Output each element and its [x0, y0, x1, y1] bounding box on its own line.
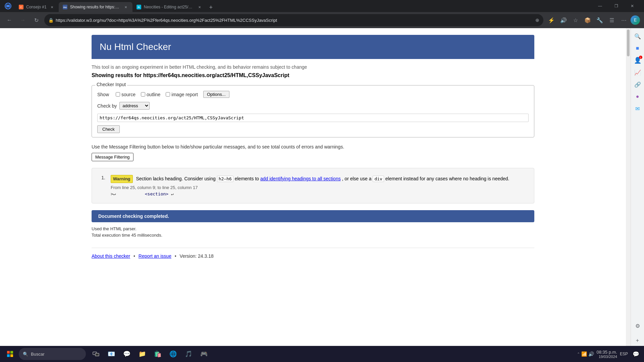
taskbar-app-whatsapp[interactable]: 💬: [119, 347, 134, 361]
show-label: Show: [97, 92, 109, 97]
tab-neocities[interactable]: N Neocities - Editing act25/verifica... …: [132, 2, 206, 12]
collections-icon[interactable]: 📦: [582, 15, 593, 25]
result-number-1: 1.: [99, 175, 105, 180]
sidebar-icon-4[interactable]: 📈: [632, 67, 643, 78]
search-icon: 🔍: [23, 352, 28, 357]
close-button[interactable]: ✕: [625, 1, 640, 11]
tab-close-neocities[interactable]: ✕: [197, 4, 202, 10]
check-button[interactable]: Check: [97, 125, 120, 133]
sidebar-icon-2[interactable]: ■: [632, 43, 643, 54]
source-checkbox-label[interactable]: source: [116, 92, 136, 97]
result-message-1: Warning Section lacks heading. Consider …: [111, 175, 527, 183]
back-button[interactable]: ←: [4, 15, 15, 25]
sidebar-icon-3[interactable]: 👤 1: [632, 55, 643, 66]
footer-sep-2: •: [175, 253, 176, 259]
taskbar-app-taskview[interactable]: [89, 347, 103, 361]
taskbar-app-mail[interactable]: 📧: [104, 347, 119, 361]
footer-version: Version: 24.3.18: [180, 253, 214, 259]
page-content: Nu Html Checker This tool is an ongoing …: [0, 28, 626, 346]
task-view-icon: [93, 351, 99, 357]
scrollbar-thumb[interactable]: [627, 29, 630, 56]
reload-button[interactable]: ↻: [31, 15, 42, 25]
sidebar-add-icon[interactable]: +: [632, 335, 643, 346]
profile-button[interactable]: E: [631, 15, 640, 25]
options-button[interactable]: Options...: [203, 91, 229, 98]
taskbar-chevron-icon[interactable]: ⌃: [577, 352, 580, 356]
result-tail-arrow: ↵: [171, 191, 174, 196]
report-issue-link[interactable]: Report an issue: [139, 253, 171, 259]
taskbar-app-spotify[interactable]: 🎵: [181, 347, 196, 361]
completed-bar: Document checking completed.: [92, 210, 534, 222]
taskbar-time: 08:35 p.m. 19/03/2024: [597, 350, 617, 359]
tab-consejo[interactable]: C Consejo #1 ✕: [15, 2, 59, 12]
sidebar-icon-7[interactable]: ✉: [632, 103, 643, 114]
restore-button[interactable]: ❐: [608, 1, 624, 11]
check-by-label: Check by: [97, 103, 117, 109]
result-text-end: element instead for any cases where no h…: [385, 176, 509, 181]
taskbar-app-edge[interactable]: 🌐: [166, 347, 180, 361]
volume-icon: 🔊: [588, 351, 594, 357]
taskbar-app-steam[interactable]: 🎮: [197, 347, 211, 361]
outline-checkbox-label[interactable]: outline: [141, 92, 160, 97]
result-text-mid2: , or else use a: [342, 176, 373, 181]
forward-button[interactable]: →: [17, 15, 28, 25]
address-text[interactable]: https://validator.w3.org/nu/?doc=https%3…: [56, 18, 277, 23]
taskbar-app-store[interactable]: 🛍️: [150, 347, 165, 361]
page-header: Nu Html Checker: [92, 35, 534, 59]
filter-notice: Use the Message Filtering button below t…: [92, 144, 534, 149]
result-code2: div: [373, 176, 384, 182]
image-report-checkbox[interactable]: [166, 92, 170, 97]
address-bar[interactable]: 🔒 https://validator.w3.org/nu/?doc=https…: [44, 14, 543, 26]
sidebar-toggle-icon[interactable]: ☰: [606, 15, 617, 25]
extensions-icon[interactable]: 🔧: [594, 15, 605, 25]
source-checkbox[interactable]: [116, 92, 120, 97]
sidebar-icon-6[interactable]: ●: [632, 91, 643, 102]
sidebar-settings-icon[interactable]: ⚙: [632, 320, 643, 331]
favorites-icon[interactable]: ☆: [570, 15, 581, 25]
network-icon: 📶: [581, 351, 587, 357]
result-link[interactable]: add identifying headings to all sections: [260, 176, 341, 181]
result-html-tag: <section>: [145, 191, 168, 196]
message-filter-button[interactable]: Message Filtering: [92, 153, 133, 161]
svg-rect-7: [10, 354, 13, 357]
results-area: 1. Warning Section lacks heading. Consid…: [92, 168, 534, 203]
result-location-1: From line 25, column 9; to line 25, colu…: [111, 185, 527, 190]
result-text-before: Section lacks heading. Consider using: [136, 176, 217, 181]
taskbar-sys-icons: ⌃ 📶 🔊: [577, 351, 594, 357]
page-subtitle: This tool is an ongoing experiment in be…: [92, 64, 534, 70]
sidebar-search-icon[interactable]: 🔍: [632, 31, 643, 42]
tab-close-consejo[interactable]: ✕: [49, 4, 55, 10]
sidebar-icon-5[interactable]: 🔗: [632, 79, 643, 90]
more-options-icon[interactable]: ⋯: [619, 15, 629, 25]
page-title: Nu Html Checker: [100, 42, 526, 52]
about-checker-link[interactable]: About this checker: [92, 253, 130, 259]
minimize-button[interactable]: —: [592, 1, 608, 11]
taskbar-date-value: 19/03/2024: [597, 355, 617, 359]
result-item-1: 1. Warning Section lacks heading. Consid…: [99, 175, 527, 196]
new-tab-button[interactable]: +: [206, 3, 216, 12]
read-aloud-icon[interactable]: 🔊: [558, 15, 569, 25]
url-input[interactable]: [97, 114, 529, 122]
taskbar-app-folder[interactable]: 📁: [135, 347, 150, 361]
result-text-mid1: elements to: [235, 176, 260, 181]
taskbar-right: ⌃ 📶 🔊 08:35 p.m. 19/03/2024 ESP 💬: [577, 349, 641, 359]
checker-input-section: Checker Input Show source outline: [92, 85, 534, 137]
scrollbar[interactable]: [626, 28, 631, 346]
tab-validator[interactable]: nu Showing results for https://fer64... …: [59, 2, 132, 12]
parser-info: Used the HTML parser.: [92, 226, 534, 231]
notification-button[interactable]: 💬: [631, 349, 641, 359]
translate-icon[interactable]: ⚡: [546, 15, 557, 25]
tab-favicon-consejo: C: [19, 5, 23, 9]
execution-time: Total execution time 45 milliseconds.: [92, 233, 534, 238]
search-label: Buscar: [31, 352, 44, 357]
footer-sep-1: •: [133, 253, 135, 259]
check-by-select[interactable]: address file upload text input: [119, 102, 150, 110]
tab-close-validator[interactable]: ✕: [123, 4, 128, 10]
tab-title-consejo: Consejo #1: [26, 5, 47, 9]
outline-checkbox[interactable]: [141, 92, 145, 97]
result-code1: h2–h6: [217, 176, 233, 182]
tab-title-validator: Showing results for https://fer64...: [70, 5, 120, 9]
image-report-checkbox-label[interactable]: image report: [166, 92, 198, 97]
start-button[interactable]: [3, 347, 17, 361]
taskbar-search[interactable]: 🔍 Buscar: [19, 348, 86, 360]
